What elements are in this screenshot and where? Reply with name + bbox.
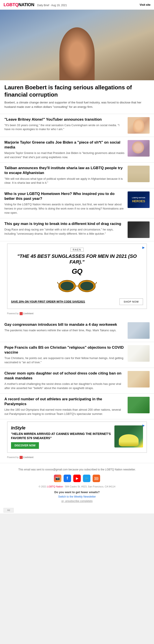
article-thumbnail xyxy=(128,222,150,238)
footer-copyright: © 2021 LGBTQ Nation · 584 Castro St. #62… xyxy=(3,485,151,488)
advertisement-1: ▶ RAEN "THE 45 BEST SUNGLASSES FOR MEN I… xyxy=(7,244,147,309)
powered-by-label: Powered by LiveIntent xyxy=(3,311,151,317)
footer-email-notice: This email was sent to xxxxxx@gmail.com … xyxy=(3,468,151,472)
logo-lgbtq: LGBTQ xyxy=(3,2,18,7)
article-thumbnail: LGBTQ NATION HEROES xyxy=(128,192,150,208)
article-desc: True Christians, he points out, are supp… xyxy=(4,356,125,364)
visit-site-link[interactable]: Visit site xyxy=(140,3,151,6)
header: LGBTQNATION Daily Brief · Aug 19, 2021 V… xyxy=(0,0,154,10)
lgbtq-nation-link[interactable]: LGBTQ Nation xyxy=(47,485,63,488)
article-thumbnail xyxy=(128,397,150,413)
rss-icon[interactable]: )))) xyxy=(93,474,100,482)
liveintent-icon xyxy=(20,312,23,315)
liveintent-logo: LiveIntent xyxy=(20,312,33,315)
article-title[interactable]: "Leave Britney Alone!" YouTuber announce… xyxy=(4,117,125,122)
ad-promo-text: SAVE 20% ON YOUR FIRST ORDER WITH CODE S… xyxy=(11,300,85,303)
ad2-image xyxy=(114,426,143,448)
article-row: Who is your LGBTQ Hometown Hero? Who ins… xyxy=(0,188,154,218)
email-footer: This email was sent to xxxxxx@gmail.com … xyxy=(0,463,154,507)
ad2-headline: "HELEN MIRREN ARRIVED AT CANNES WEARING … xyxy=(11,432,111,440)
ad-bottom-label: Ad xyxy=(3,508,14,512)
instagram-icon[interactable]: 📷 xyxy=(54,474,61,482)
article-title[interactable]: Taliban announces they'll institute shar… xyxy=(4,166,125,175)
article-title[interactable]: Gay congressman introduces bill to manda… xyxy=(4,322,125,327)
article-row: Clever mom opts daughter out of school d… xyxy=(0,368,154,394)
svg-line-5 xyxy=(57,282,59,284)
article-desc: Drag Race and drag racing are "similar w… xyxy=(4,228,125,236)
advertisement-2: ▶ InStyle "HELEN MIRREN ARRIVED AT CANNE… xyxy=(7,422,147,452)
ad-container-1: ▶ RAEN "THE 45 BEST SUNGLASSES FOR MEN I… xyxy=(3,244,151,317)
logo: LGBTQNATION Daily Brief · Aug 19, 2021 xyxy=(3,2,67,7)
article-thumbnail xyxy=(128,140,150,156)
article-desc: Like the 180 out Olympians that earned m… xyxy=(4,408,125,416)
hero-title[interactable]: Lauren Boebert is facing serious allegat… xyxy=(4,84,150,98)
facebook-icon[interactable]: f xyxy=(64,474,71,482)
svg-point-3 xyxy=(80,282,93,290)
ad-brand-label: RAEN xyxy=(71,248,84,252)
ad-headline: "THE 45 BEST SUNGLASSES FOR MEN IN 2021 … xyxy=(11,254,143,265)
article-desc: The pandemic has made workers rethink th… xyxy=(4,328,125,332)
hero-desc: Boebert, a climate change denier and sup… xyxy=(4,100,150,110)
article-row: This gay man is trying to break into a d… xyxy=(0,218,154,241)
article-title[interactable]: Pope Francis calls BS on Christian "reli… xyxy=(4,345,125,355)
hero-article: Lauren Boebert is facing serious allegat… xyxy=(0,80,154,114)
powered-by-label-2: Powered by LiveIntent xyxy=(3,455,151,461)
hero-person-image xyxy=(0,10,154,80)
article-thumbnail xyxy=(128,322,150,339)
article-thumbnail xyxy=(128,345,150,362)
liveintent-logo-2: LiveIntent xyxy=(20,456,33,459)
footer-fewer-emails: Do you want to get fewer emails? xyxy=(3,490,151,494)
twitter-icon[interactable]: 🐦 xyxy=(83,474,90,482)
article-row: Taliban announces they'll institute shar… xyxy=(0,162,154,188)
article-title[interactable]: Who is your LGBTQ Hometown Hero? Who ins… xyxy=(4,192,125,201)
footer-unsubscribe: or, unsubscribe completely xyxy=(3,500,151,503)
logo-nation: NATION xyxy=(18,2,34,7)
article-title[interactable]: Clever mom opts daughter out of school d… xyxy=(4,371,125,381)
ad-sunglasses-image xyxy=(57,278,97,295)
ad-gq-brand: GQ xyxy=(11,267,143,276)
article-row: Pope Francis calls BS on Christian "reli… xyxy=(0,342,154,368)
article-title[interactable]: This gay man is trying to break into a d… xyxy=(4,222,125,226)
article-desc: A mother's email challenging the sexist … xyxy=(4,382,125,390)
weekly-newsletter-link[interactable]: Switch to the Weekly Newsletter xyxy=(58,495,96,498)
article-row: "Leave Britney Alone!" YouTuber announce… xyxy=(0,114,154,137)
youtube-icon[interactable]: ▶ xyxy=(73,474,81,482)
article-thumbnail xyxy=(128,166,150,182)
ad-shop-button[interactable]: SHOP NOW xyxy=(119,298,143,305)
article-thumbnail xyxy=(128,371,150,388)
article-thumbnail xyxy=(128,117,150,134)
ad-bottom-bar: SAVE 20% ON YOUR FIRST ORDER WITH CODE S… xyxy=(11,298,143,305)
liveintent-icon-2 xyxy=(20,456,23,459)
ad2-discover-button[interactable]: DISCOVER NOW xyxy=(11,442,39,449)
article-title[interactable]: A record number of out athletes are part… xyxy=(4,397,125,406)
article-row: Gay congressman introduces bill to manda… xyxy=(0,319,154,342)
article-desc: Voting for the LGBTQ Nation Heroes award… xyxy=(4,202,125,215)
article-title[interactable]: Marjorie Taylor Greene calls Joe Biden a… xyxy=(4,140,125,150)
article-row: A record number of out athletes are part… xyxy=(0,394,154,420)
ad-indicator-icon: ▶ xyxy=(142,246,145,249)
hero-image xyxy=(0,10,154,80)
ad2-brand-label: InStyle xyxy=(11,426,111,430)
header-meta: Daily Brief · Aug 19, 2021 xyxy=(37,4,67,7)
article-desc: Marjorie Taylor Greene is so mad that Pr… xyxy=(4,151,125,160)
ad-container-2: ▶ InStyle "HELEN MIRREN ARRIVED AT CANNE… xyxy=(3,422,151,460)
unsubscribe-link[interactable]: or, unsubscribe completely xyxy=(61,500,93,503)
article-desc: "We will not discuss what type of politi… xyxy=(4,177,125,185)
social-icons-row: 📷 f ▶ 🐦 )))) xyxy=(3,474,151,482)
footer-switch-text: Switch to the Weekly Newsletter xyxy=(3,495,151,498)
svg-point-1 xyxy=(61,282,74,290)
article-desc: "It's been 33 years coming," the viral s… xyxy=(4,123,125,132)
article-row: Marjorie Taylor Greene calls Joe Biden a… xyxy=(0,137,154,163)
svg-line-6 xyxy=(95,282,97,284)
